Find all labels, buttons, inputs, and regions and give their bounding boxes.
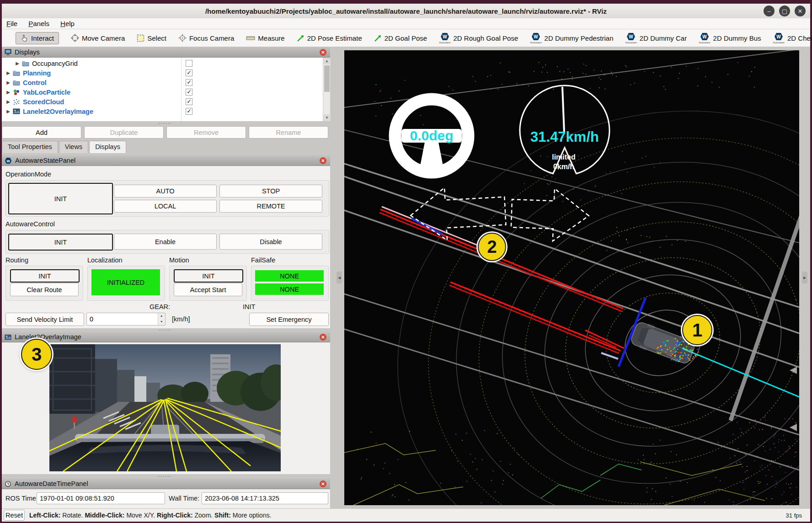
tree-row-yablocparticle[interactable]: ▶ YabLocParticle bbox=[2, 87, 330, 97]
expand-arrow-icon[interactable]: ▶ bbox=[15, 61, 20, 66]
minimize-button[interactable]: – bbox=[764, 5, 775, 16]
overlay-panel-title: Lanelet2OverlayImage bbox=[15, 333, 81, 341]
tool-2d-dummy-pedestrian[interactable]: WAutoware 2D Dummy Pedestrian bbox=[530, 32, 613, 44]
auto-button[interactable]: AUTO bbox=[114, 185, 217, 197]
tool-focus-camera[interactable]: Focus Camera bbox=[178, 34, 234, 42]
scrollbar-thumb[interactable] bbox=[324, 65, 330, 92]
particles-icon bbox=[13, 89, 20, 96]
accept-start-button[interactable]: Accept Start bbox=[174, 283, 242, 296]
spinner-arrows[interactable]: ▲▼ bbox=[158, 313, 165, 325]
datetime-panel: ROS Time: Wall Time: bbox=[2, 489, 330, 508]
fps-counter: 31 fps bbox=[786, 512, 802, 519]
autoware-caption: Autoware bbox=[773, 41, 785, 44]
routing-state: INIT bbox=[10, 269, 80, 283]
tree-row-control[interactable]: ▶ Control bbox=[2, 78, 330, 87]
spin-up-icon[interactable]: ▲ bbox=[158, 313, 165, 319]
state-panel-header[interactable]: W AutowareStatePanel ✕ bbox=[2, 155, 330, 166]
tool-label: 2D Goal Pose bbox=[385, 34, 427, 42]
tab-tool-properties[interactable]: Tool Properties bbox=[2, 141, 58, 153]
enable-button[interactable]: Enable bbox=[114, 234, 217, 250]
visibility-checkbox[interactable] bbox=[186, 69, 192, 76]
autoware-logo-icon: W bbox=[5, 157, 12, 164]
tree-row-scoredcloud[interactable]: ▶ ScoredCloud bbox=[2, 97, 330, 107]
tool-2d-rough-goal-pose[interactable]: WAutoware 2D Rough Goal Pose bbox=[439, 32, 518, 44]
wall-time-input[interactable] bbox=[202, 493, 328, 504]
tool-2d-dummy-bus[interactable]: WAutoware 2D Dummy Bus bbox=[699, 32, 761, 44]
menu-help[interactable]: Help bbox=[60, 20, 75, 27]
interact-hand-icon bbox=[21, 34, 28, 42]
ros-time-field[interactable] bbox=[37, 492, 165, 504]
expand-arrow-icon[interactable]: ▶ bbox=[5, 99, 11, 104]
reset-button[interactable]: Reset bbox=[4, 510, 25, 521]
expand-arrow-icon[interactable]: ▶ bbox=[5, 90, 11, 95]
add-button[interactable]: Add bbox=[2, 126, 81, 139]
menu-panels[interactable]: Panels bbox=[28, 20, 49, 27]
collapse-left-icon[interactable]: ◀ bbox=[337, 272, 342, 283]
overlay-panel-close-icon[interactable]: ✕ bbox=[320, 334, 326, 341]
title-bar[interactable]: /home/kentoyabuuchi2/Projects/yabloc_aut… bbox=[2, 4, 810, 18]
expand-arrow-icon[interactable]: ▶ bbox=[5, 109, 11, 114]
autoware-logo-icon: W bbox=[440, 32, 449, 41]
tool-2d-checkpoint-pose[interactable]: WAutoware 2D Checkpoint Pose bbox=[773, 32, 812, 44]
stop-button[interactable]: STOP bbox=[219, 185, 322, 197]
collapse-right-icon[interactable]: ▶ bbox=[802, 272, 807, 283]
green-arrow-icon bbox=[297, 34, 304, 42]
tree-scrollbar[interactable]: ▲ ▼ bbox=[323, 58, 330, 121]
datetime-panel-close-icon[interactable]: ✕ bbox=[320, 480, 326, 487]
displays-close-icon[interactable]: ✕ bbox=[320, 49, 326, 56]
displays-panel-header[interactable]: Displays ✕ bbox=[2, 47, 330, 58]
gauge-needle bbox=[562, 87, 564, 133]
image-icon bbox=[5, 334, 11, 340]
maximize-button[interactable]: ▢ bbox=[779, 5, 790, 16]
tree-row-lanelet2overlayimage[interactable]: ▶ Lanelet2OverlayImage bbox=[2, 107, 330, 116]
visibility-checkbox[interactable] bbox=[186, 89, 192, 96]
tool-measure[interactable]: Measure bbox=[246, 34, 284, 42]
mouse-hints: Left-Click: Rotate. Middle-Click: Move X… bbox=[29, 512, 272, 519]
wall-time-field[interactable] bbox=[202, 492, 328, 504]
tool-2d-goal-pose[interactable]: 2D Goal Pose bbox=[374, 34, 427, 42]
remote-button[interactable]: REMOTE bbox=[219, 200, 322, 213]
visibility-checkbox[interactable] bbox=[186, 98, 192, 105]
send-velocity-limit-button[interactable]: Send Velocity Limit bbox=[5, 313, 84, 326]
tree-row-label: Planning bbox=[23, 69, 51, 77]
autoware-logo-icon: W bbox=[531, 32, 540, 41]
tab-displays[interactable]: Displays bbox=[89, 141, 126, 153]
state-panel-close-icon[interactable]: ✕ bbox=[320, 157, 326, 164]
expand-arrow-icon[interactable]: ▶ bbox=[5, 80, 11, 85]
visibility-checkbox[interactable] bbox=[186, 108, 192, 115]
scroll-up-icon[interactable]: ▲ bbox=[323, 58, 331, 64]
set-emergency-button[interactable]: Set Emergency bbox=[249, 313, 329, 326]
tab-views[interactable]: Views bbox=[59, 141, 88, 153]
steering-angle-value: 0.0deg bbox=[410, 128, 453, 143]
tree-row-planning[interactable]: ▶ Planning bbox=[2, 68, 330, 78]
velocity-limit-input[interactable] bbox=[87, 315, 158, 323]
menu-file-mnemonic: F bbox=[6, 20, 11, 27]
visibility-checkbox[interactable] bbox=[186, 60, 192, 67]
local-button[interactable]: LOCAL bbox=[114, 200, 217, 213]
menu-file[interactable]: File bbox=[6, 20, 17, 27]
tool-interact[interactable]: Interact bbox=[16, 32, 59, 44]
ros-time-input[interactable] bbox=[37, 493, 165, 504]
tool-2d-dummy-car[interactable]: WAutoware 2D Dummy Car bbox=[625, 32, 687, 44]
speed-limited-label: limited bbox=[552, 153, 576, 161]
rename-button[interactable]: Rename bbox=[249, 126, 328, 139]
spin-down-icon[interactable]: ▼ bbox=[158, 319, 165, 325]
duplicate-button[interactable]: Duplicate bbox=[84, 126, 164, 139]
remove-button[interactable]: Remove bbox=[166, 126, 246, 139]
expand-arrow-icon[interactable]: ▶ bbox=[5, 70, 11, 75]
overlay-panel-header[interactable]: Lanelet2OverlayImage ✕ bbox=[2, 332, 330, 342]
tree-row-occupancygrid[interactable]: ▶ OccupancyGrid bbox=[2, 59, 330, 68]
tool-select[interactable]: Select bbox=[137, 34, 166, 42]
tool-move-camera[interactable]: Move Camera bbox=[71, 34, 125, 42]
visibility-checkbox[interactable] bbox=[186, 79, 192, 86]
datetime-panel-header[interactable]: AutowareDateTimePanel ✕ bbox=[2, 479, 330, 489]
clear-route-button[interactable]: Clear Route bbox=[10, 283, 79, 296]
splitter-handle[interactable] bbox=[155, 476, 174, 478]
close-button[interactable]: ✕ bbox=[795, 5, 806, 16]
velocity-limit-spinner[interactable]: ▲▼ bbox=[86, 313, 166, 326]
scroll-down-icon[interactable]: ▼ bbox=[323, 114, 331, 121]
splitter-handle[interactable] bbox=[155, 123, 174, 125]
disable-button[interactable]: Disable bbox=[219, 234, 322, 250]
3d-viewport[interactable]: 0.0deg 31.47km/h limited 0km/h bbox=[344, 50, 799, 505]
tool-2d-pose-estimate[interactable]: 2D Pose Estimate bbox=[297, 34, 362, 42]
